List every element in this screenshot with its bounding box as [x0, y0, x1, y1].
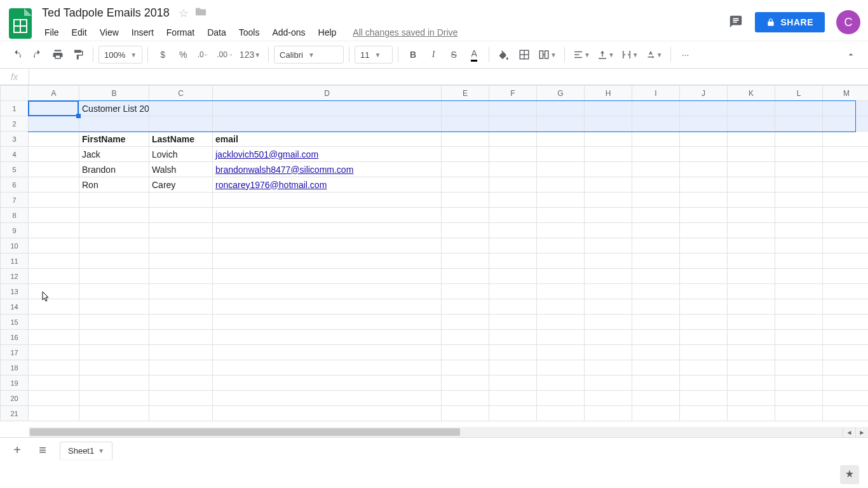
cell[interactable] — [489, 299, 537, 315]
cell[interactable] — [823, 193, 869, 208]
row-header[interactable]: 19 — [1, 376, 29, 391]
cell[interactable] — [632, 238, 680, 254]
cell[interactable] — [775, 345, 823, 360]
cell[interactable] — [79, 376, 149, 391]
cell[interactable] — [823, 345, 869, 360]
cell[interactable] — [29, 177, 79, 193]
cell[interactable] — [775, 223, 823, 238]
cell[interactable] — [442, 208, 489, 223]
decrease-decimal-button[interactable]: .0← — [194, 45, 213, 64]
cell[interactable] — [149, 406, 213, 421]
cell[interactable] — [489, 269, 537, 284]
save-status[interactable]: All changes saved in Drive — [353, 27, 458, 37]
cell[interactable] — [537, 193, 585, 208]
cell[interactable] — [29, 269, 79, 284]
cell[interactable] — [442, 284, 489, 299]
cell[interactable]: LastName — [149, 132, 213, 147]
row-header[interactable]: 13 — [1, 284, 29, 299]
cell[interactable] — [585, 254, 632, 269]
cell[interactable] — [79, 269, 149, 284]
cell[interactable] — [442, 254, 489, 269]
collapse-toolbar-button[interactable] — [841, 45, 860, 64]
cell[interactable] — [442, 162, 489, 177]
cell[interactable] — [489, 360, 537, 376]
cell[interactable] — [585, 162, 632, 177]
star-icon[interactable]: ☆ — [179, 6, 189, 20]
cell[interactable] — [585, 147, 632, 162]
cell[interactable] — [213, 238, 442, 254]
menu-insert[interactable]: Insert — [126, 25, 159, 40]
cell[interactable] — [775, 101, 823, 116]
cell[interactable] — [213, 116, 442, 132]
cell[interactable] — [79, 284, 149, 299]
col-header[interactable]: A — [29, 86, 79, 101]
row-header[interactable]: 17 — [1, 345, 29, 360]
fx-icon[interactable]: fx — [0, 69, 29, 85]
cell[interactable] — [79, 406, 149, 421]
cell[interactable] — [213, 391, 442, 406]
cell[interactable] — [29, 345, 79, 360]
cell[interactable] — [79, 223, 149, 238]
row-header[interactable]: 7 — [1, 193, 29, 208]
cell[interactable] — [680, 208, 728, 223]
cell[interactable] — [632, 315, 680, 330]
cell[interactable] — [680, 391, 728, 406]
cell[interactable] — [213, 101, 442, 116]
cell[interactable] — [728, 116, 775, 132]
cell[interactable] — [537, 116, 585, 132]
cell[interactable] — [728, 223, 775, 238]
cell[interactable] — [29, 208, 79, 223]
cell[interactable] — [29, 193, 79, 208]
horizontal-align-button[interactable]: ▼ — [570, 45, 593, 64]
cell[interactable] — [442, 116, 489, 132]
cell[interactable] — [29, 391, 79, 406]
cell[interactable] — [823, 132, 869, 147]
cell[interactable] — [79, 315, 149, 330]
cell[interactable] — [29, 284, 79, 299]
cell[interactable] — [775, 299, 823, 315]
cell[interactable] — [632, 116, 680, 132]
menu-edit[interactable]: Edit — [67, 25, 92, 40]
cell[interactable] — [823, 238, 869, 254]
cell[interactable] — [823, 391, 869, 406]
cell[interactable] — [537, 299, 585, 315]
cell[interactable] — [680, 406, 728, 421]
cell[interactable] — [29, 238, 79, 254]
cell[interactable] — [585, 360, 632, 376]
cell[interactable] — [149, 345, 213, 360]
cell[interactable] — [823, 208, 869, 223]
cell[interactable] — [489, 315, 537, 330]
cell[interactable]: email — [213, 132, 442, 147]
cell[interactable]: Brandon — [79, 162, 149, 177]
cell[interactable] — [442, 269, 489, 284]
cell[interactable] — [29, 406, 79, 421]
cell[interactable] — [775, 147, 823, 162]
cell[interactable] — [728, 345, 775, 360]
cell[interactable] — [537, 330, 585, 345]
select-all-corner[interactable] — [1, 86, 29, 101]
cell[interactable] — [775, 376, 823, 391]
cell[interactable] — [775, 254, 823, 269]
cell[interactable] — [489, 284, 537, 299]
row-header[interactable]: 21 — [1, 406, 29, 421]
row-header[interactable]: 2 — [1, 116, 29, 132]
cell[interactable] — [728, 284, 775, 299]
cell[interactable] — [585, 177, 632, 193]
cell[interactable] — [823, 254, 869, 269]
cell[interactable] — [775, 193, 823, 208]
col-header[interactable]: F — [489, 86, 537, 101]
cell[interactable] — [537, 101, 585, 116]
cell[interactable] — [585, 345, 632, 360]
share-button[interactable]: SHARE — [755, 12, 825, 32]
cell[interactable]: Lovich — [149, 147, 213, 162]
cell[interactable] — [728, 299, 775, 315]
redo-button[interactable] — [28, 45, 47, 64]
cell[interactable] — [29, 376, 79, 391]
cell[interactable] — [585, 391, 632, 406]
cell[interactable] — [537, 223, 585, 238]
cell[interactable] — [728, 208, 775, 223]
cell[interactable] — [728, 254, 775, 269]
cell[interactable] — [213, 208, 442, 223]
cell[interactable] — [632, 269, 680, 284]
col-header[interactable]: L — [775, 86, 823, 101]
